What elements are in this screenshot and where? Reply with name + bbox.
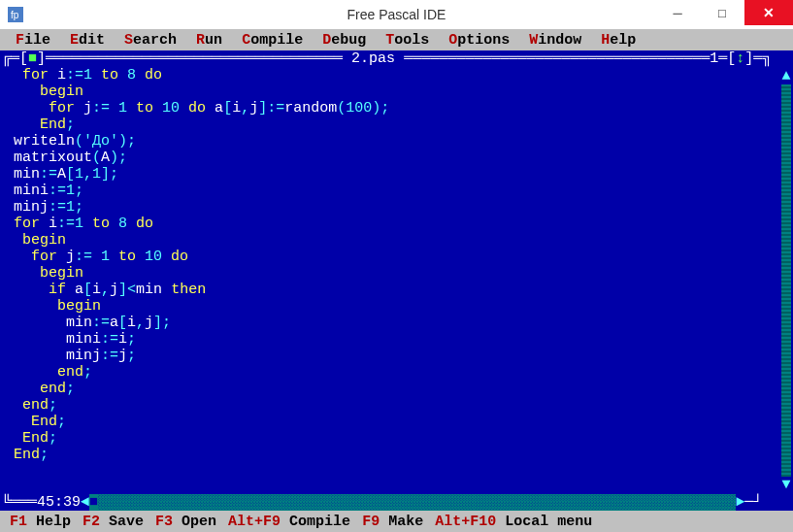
menu-search[interactable]: Search (115, 32, 186, 49)
code-line[interactable]: End; (14, 430, 793, 447)
code-line[interactable]: End; (14, 116, 793, 133)
code-line[interactable]: mini:=1; (14, 183, 793, 199)
editor-frame-top: ╔═[■]══════════════════════════════════ … (0, 50, 793, 67)
cursor-position: 45:39 (37, 494, 81, 511)
code-line[interactable]: mini:=i; (14, 331, 793, 348)
menu-help[interactable]: Help (591, 32, 645, 49)
code-line[interactable]: begin (14, 232, 793, 249)
code-line[interactable]: writeln('До'); (14, 133, 793, 150)
code-area[interactable]: for i:=1 to 8 do begin for j:= 1 to 10 d… (0, 67, 793, 463)
code-line[interactable]: End; (14, 414, 793, 430)
editor-window-number: 1 (710, 50, 718, 67)
code-line[interactable]: for i:=1 to 8 do (14, 216, 793, 232)
code-line[interactable]: if a[i,j]<min then (14, 282, 793, 298)
scroll-left-icon[interactable]: ◄ (81, 494, 89, 511)
code-line[interactable]: min:=a[i,j]; (14, 315, 793, 331)
code-line[interactable]: min:=A[1,1]; (14, 166, 793, 183)
menu-window[interactable]: Window (519, 32, 591, 49)
code-line[interactable]: for j:= 1 to 10 do (14, 249, 793, 265)
code-line[interactable]: minj:=1; (14, 199, 793, 216)
code-line[interactable]: end; (14, 397, 793, 414)
close-button[interactable]: ✕ (744, 0, 793, 25)
vertical-scrollbar[interactable]: ▲ ▼ (781, 68, 791, 493)
horizontal-scrollbar[interactable]: ░░░░░░░░░░░░░░░░░░░░░░░░░░░░░░░░░░░░░░░░… (98, 494, 736, 511)
scroll-up-icon[interactable]: ▲ (781, 68, 791, 84)
code-line[interactable]: End; (14, 447, 793, 463)
menu-file[interactable]: File (6, 32, 60, 49)
menu-tools[interactable]: Tools (376, 32, 439, 49)
scroll-right-icon[interactable]: ► (736, 494, 744, 511)
code-line[interactable]: matrixout(A); (14, 150, 793, 166)
code-line[interactable]: for j:= 1 to 10 do a[i,j]:=random(100); (14, 100, 793, 116)
fnkey-f3[interactable]: F3 Open (149, 514, 222, 530)
menu-edit[interactable]: Edit (60, 32, 115, 49)
menu-debug[interactable]: Debug (313, 32, 376, 49)
code-line[interactable]: begin (14, 265, 793, 282)
window-titlebar: fp Free Pascal IDE ─ □ ✕ (0, 0, 793, 29)
scroll-down-icon[interactable]: ▼ (781, 477, 791, 493)
menu-run[interactable]: Run (186, 32, 232, 49)
editor-frame-bottom: ╚═══ 45:39 ◄■░░░░░░░░░░░░░░░░░░░░░░░░░░░… (0, 494, 793, 511)
code-line[interactable]: begin (14, 83, 793, 100)
fnkey-alt-f10[interactable]: Alt+F10 Local menu (429, 514, 598, 530)
code-line[interactable]: end; (14, 364, 793, 381)
fnkey-f2[interactable]: F2 Save (77, 514, 149, 530)
app-icon: fp (6, 5, 25, 24)
menu-bar: FileEditSearchRunCompileDebugToolsOption… (0, 29, 793, 50)
menu-options[interactable]: Options (439, 32, 519, 49)
fnkey-f1[interactable]: F1 Help (4, 514, 77, 530)
fnkey-f9[interactable]: F9 Make (356, 514, 429, 530)
scroll-track[interactable] (781, 84, 791, 477)
code-line[interactable]: minj:=j; (14, 348, 793, 364)
code-line[interactable]: begin (14, 298, 793, 315)
svg-text:fp: fp (11, 10, 19, 20)
editor-filename: 2.pas (351, 50, 395, 67)
fnkey-alt-f9[interactable]: Alt+F9 Compile (222, 514, 356, 530)
code-line[interactable]: end; (14, 381, 793, 397)
minimize-button[interactable]: ─ (655, 0, 700, 25)
function-key-bar: F1 HelpF2 SaveF3 OpenAlt+F9 CompileF9 Ma… (0, 511, 793, 532)
editor-area[interactable]: ╔═[■]══════════════════════════════════ … (0, 50, 793, 511)
code-line[interactable]: for i:=1 to 8 do (14, 67, 793, 83)
menu-compile[interactable]: Compile (232, 32, 313, 49)
maximize-button[interactable]: □ (700, 0, 744, 25)
